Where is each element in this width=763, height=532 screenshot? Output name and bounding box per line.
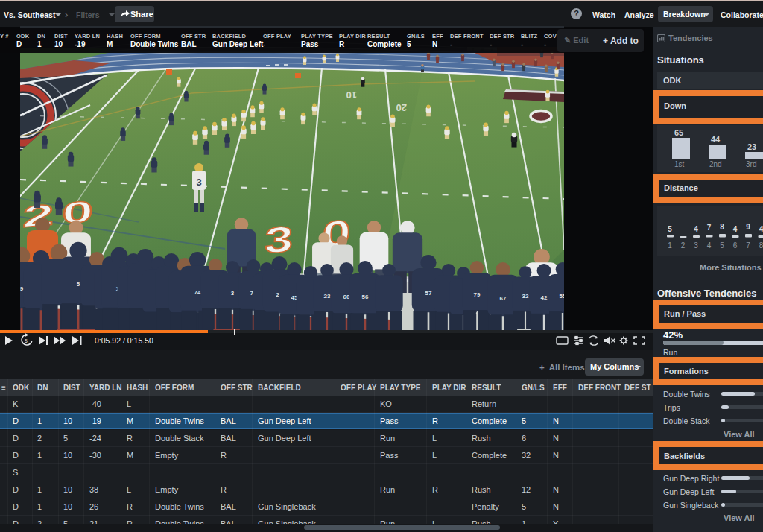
svg-text:60: 60 (343, 294, 350, 300)
svg-text:2: 2 (681, 241, 686, 250)
svg-text:4: 4 (733, 225, 738, 233)
svg-text:5: 5 (668, 225, 672, 233)
svg-text:56: 56 (362, 294, 369, 300)
svg-text:3: 3 (231, 290, 235, 297)
svg-text:10: 10 (346, 89, 357, 101)
svg-text:57: 57 (425, 290, 432, 297)
svg-text:9: 9 (20, 285, 24, 292)
svg-text:79: 79 (474, 291, 481, 298)
svg-text:4: 4 (694, 225, 698, 233)
svg-text:6: 6 (733, 241, 738, 250)
svg-text:4: 4 (707, 241, 712, 250)
svg-text:5: 5 (77, 281, 80, 288)
svg-text:32: 32 (522, 293, 529, 300)
svg-text:9: 9 (746, 223, 750, 231)
svg-text:3: 3 (694, 241, 698, 250)
svg-text:7: 7 (746, 241, 750, 250)
svg-text:4: 4 (759, 225, 763, 233)
svg-text:5: 5 (25, 338, 28, 343)
svg-text:7: 7 (707, 224, 712, 232)
svg-text:42: 42 (541, 294, 548, 301)
svg-text:5: 5 (720, 241, 724, 250)
svg-text:1: 1 (668, 241, 672, 250)
svg-text:3: 3 (264, 218, 294, 261)
svg-text:23: 23 (324, 293, 331, 300)
svg-text:20: 20 (396, 102, 407, 113)
svg-text:3: 3 (196, 177, 201, 188)
svg-text:74: 74 (194, 289, 201, 296)
svg-text:0:05.92 / 0:15.50: 0:05.92 / 0:15.50 (95, 336, 153, 345)
svg-text:55: 55 (560, 293, 564, 300)
svg-text:8: 8 (759, 241, 763, 250)
svg-text:8: 8 (720, 223, 724, 231)
svg-text:67: 67 (500, 295, 507, 302)
